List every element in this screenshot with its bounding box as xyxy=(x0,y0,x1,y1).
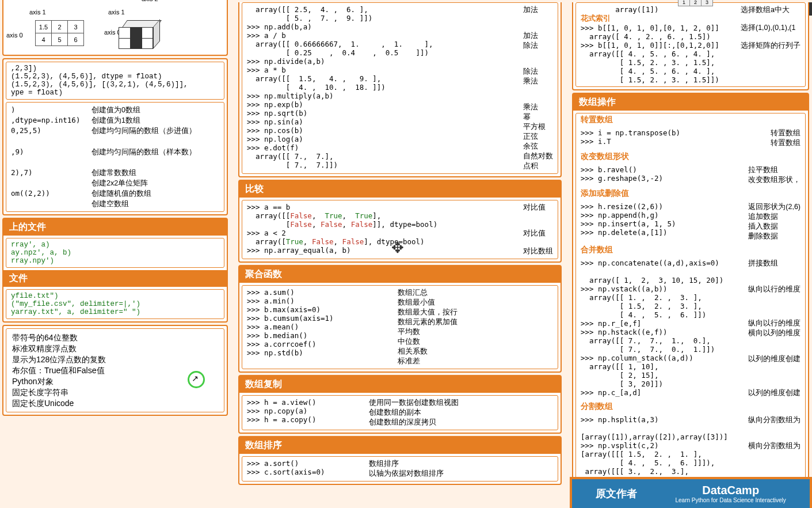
files-header: 上的文件 xyxy=(3,219,227,236)
textfiles-header: 文件 xyxy=(3,270,227,287)
indexing-block: array([1]) 花式索引 >>> b[[1, 0, 1, 0],[0, 1… xyxy=(576,3,805,86)
cursor-highlight xyxy=(188,371,205,388)
save-code: rray', a) ay.npz', a, b) rray.npy') xyxy=(6,238,224,267)
reshape-subheader: 改变数组形状 xyxy=(576,150,805,163)
cube-3d xyxy=(119,20,165,49)
reshape-block: >>> b.ravel() >>> g.reshape(3,-2) 拉平数组 改… xyxy=(576,163,805,187)
copy-block: >>> h = a.view() >>> np.copy(a) >>> h = … xyxy=(242,396,558,430)
compare-header: 比较 xyxy=(239,181,561,198)
concat-block: >>> np.concatenate((a,d),axis=0) array([… xyxy=(576,256,805,400)
axis1-label: axis 1 xyxy=(29,9,46,16)
addrm-block: >>> h.resize((2,6)) >>> np.append(h,g) >… xyxy=(576,200,805,244)
split-block: >>> np.hsplit(a,3) [array([1]),array([2]… xyxy=(576,413,805,487)
split-subheader: 分割数组 xyxy=(576,400,805,413)
axis1-label-b: axis 1 xyxy=(108,9,125,16)
transpose-subheader: 转置数组 xyxy=(576,113,805,126)
ops-header: 数组操作 xyxy=(573,94,808,111)
axis2-label-b: axis 2 xyxy=(142,0,158,2)
agg-block: >>> a.sum() >>> a.min() >>> b.max(axis=0… xyxy=(242,286,558,369)
init-fn-right: 创建值为0数组 创建值为1数组 创建均匀间隔的数组（步进值） 创建均匀间隔的数组… xyxy=(92,105,219,209)
datacamp-sub: Learn Python for Data Science Interactiv… xyxy=(675,497,786,503)
textfiles-code: yfile.txt") ("my_file.csv", delimiter=|,… xyxy=(6,290,224,319)
footer-left: 原文作者 xyxy=(596,487,637,501)
init-functions: ) ,dtype=np.int16) 0,25,5) ,9) 2),7) om(… xyxy=(6,103,224,211)
types-list: 带符号的64位整数 标准双精度浮点数 显示为128位浮点数的复数 布尔值：Tru… xyxy=(12,332,218,408)
agg-header: 聚合函数 xyxy=(239,266,561,283)
footer: 原文作者 DataCamp Learn Python for Data Scie… xyxy=(570,477,812,508)
concat-subheader: 合并数组 xyxy=(576,244,805,256)
arithmetic-block: array([[ 2.5, 4. , 6. ], [ 5. , 7. , 9. … xyxy=(242,3,558,173)
axis0-label: axis 0 xyxy=(6,32,23,39)
transpose-block: >>> i = np.transpose(b) >>> i.T 转置数组 转置数… xyxy=(576,126,805,150)
copy-header: 数组复制 xyxy=(239,376,561,393)
init-fn-left: ) ,dtype=np.int16) 0,25,5) ,9) 2),7) om(… xyxy=(11,105,92,209)
axis-diagram: axis 1 axis 0 1.523 456 axis 2 axis 1 ax… xyxy=(3,0,227,55)
datacamp-logo: DataCamp xyxy=(675,484,786,497)
grid-2d: 1.523 456 xyxy=(35,20,84,46)
sort-header: 数组排序 xyxy=(239,437,561,454)
addrm-subheader: 添加或删除值 xyxy=(576,187,805,200)
move-cursor-icon: ✥ xyxy=(391,239,404,257)
sort-block: >>> a.sort() >>> c.sort(axis=0) 数组排序 以轴为… xyxy=(242,457,558,481)
mini-grid: 123 xyxy=(678,0,713,6)
creation-code: ,2,3]) (1.5,2,3), (4,5,6)], dtype = floa… xyxy=(6,62,224,99)
